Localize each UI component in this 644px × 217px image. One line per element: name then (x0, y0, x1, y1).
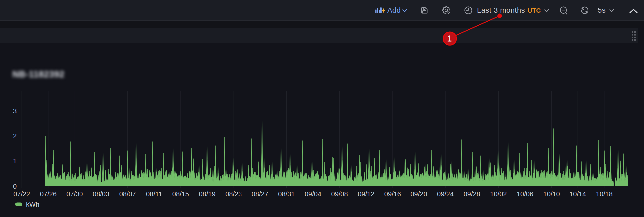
svg-text:1: 1 (447, 34, 452, 43)
